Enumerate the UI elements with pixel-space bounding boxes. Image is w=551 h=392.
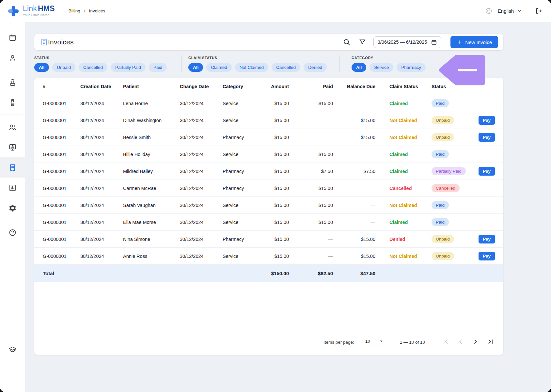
chevron-left-icon xyxy=(457,338,464,346)
filter-chip-status-unpaid[interactable]: Unpaid xyxy=(52,63,75,72)
invoice-id: G-0000001 xyxy=(43,220,80,225)
brand-subtitle: Your Clinic Name xyxy=(23,14,55,17)
patient-name: Nina Simone xyxy=(123,237,180,242)
filter-group-claim-status: CLAIM STATUSAllClaimedNot ClaimedCancell… xyxy=(181,55,339,72)
chevron-right-icon xyxy=(82,8,87,13)
items-per-page-select[interactable]: 10 xyxy=(363,338,384,346)
next-page-button[interactable] xyxy=(471,338,480,346)
top-bar: LinkHMS Your Clinic Name Billing Invoice… xyxy=(0,0,551,22)
balance-due: $15.00 xyxy=(333,254,375,259)
sidebar-item-pharmacy[interactable] xyxy=(0,92,25,113)
pay-cell: Pay xyxy=(467,133,495,142)
status-badge: Unpaid xyxy=(432,252,454,260)
pay-cell: Pay xyxy=(467,116,495,125)
patient-name: Annie Ross xyxy=(123,254,180,259)
sidebar-item-telehealth[interactable] xyxy=(0,137,25,157)
table-row: G-000000130/12/2024Billie Holiday30/12/2… xyxy=(34,146,503,163)
filter-chip-claim-status-all[interactable]: All xyxy=(188,63,203,72)
status-badge: Unpaid xyxy=(432,116,454,124)
previous-page-button[interactable] xyxy=(456,338,465,346)
pay-button[interactable]: Pay xyxy=(479,235,495,243)
sidebar-item-patients[interactable] xyxy=(0,48,25,68)
amount: $15.00 xyxy=(258,237,289,242)
status-badge: Unpaid xyxy=(432,235,454,243)
pay-button[interactable]: Pay xyxy=(479,133,495,142)
patient-name: Sarah Vaughan xyxy=(123,203,180,208)
breadcrumb: Billing Invoices xyxy=(69,8,105,13)
pay-button[interactable]: Pay xyxy=(479,167,495,176)
invoice-id: G-0000001 xyxy=(43,203,80,208)
pay-cell: Pay xyxy=(467,252,495,260)
filter-chip-category-pharmacy[interactable]: Pharmacy xyxy=(397,63,426,72)
balance-due: — xyxy=(333,101,375,106)
first-page-button[interactable] xyxy=(441,338,450,346)
sidebar-item-laboratory[interactable] xyxy=(0,72,25,92)
balance-due: — xyxy=(333,203,375,208)
sidebar-item-settings[interactable] xyxy=(0,198,25,218)
invoice-id: G-0000001 xyxy=(43,152,80,157)
patient-name: Carmen McRae xyxy=(123,186,180,191)
pay-cell: Pay xyxy=(467,235,495,243)
sidebar-item-invoices[interactable] xyxy=(0,157,25,178)
status-cell: Paid xyxy=(432,99,467,107)
pay-button[interactable]: Pay xyxy=(479,252,495,260)
sidebar-item-reports[interactable] xyxy=(0,178,25,198)
pay-button[interactable]: Pay xyxy=(479,116,495,125)
filter-chip-status-all[interactable]: All xyxy=(34,63,49,72)
total-cell: $82.50 xyxy=(289,271,333,276)
filter-groups: STATUSAllUnpaidCancelledPartially PaidPa… xyxy=(34,55,503,72)
change-date: 30/12/2024 xyxy=(180,186,223,191)
breadcrumb-item-invoices: Invoices xyxy=(89,8,105,13)
filter-chip-status-cancelled[interactable]: Cancelled xyxy=(79,63,107,72)
graduation-cap-icon xyxy=(8,345,17,353)
category: Service xyxy=(223,152,258,157)
flask-icon xyxy=(8,78,17,86)
sidebar-item-help[interactable] xyxy=(0,222,25,243)
invoice-id: G-0000001 xyxy=(43,169,80,174)
table-row: G-000000130/12/2024Nina Simone30/12/2024… xyxy=(34,231,503,248)
filter-chip-status-partially-paid[interactable]: Partially Paid xyxy=(111,63,146,72)
paid: $15.00 xyxy=(289,186,333,191)
first-page-icon xyxy=(442,338,449,346)
change-date: 30/12/2024 xyxy=(180,254,223,259)
change-date: 30/12/2024 xyxy=(180,101,223,106)
claim-status-text: Not Claimed xyxy=(389,118,417,123)
filter-chip-category-service[interactable]: Service xyxy=(370,63,393,72)
claim-status-cell: Claimed xyxy=(375,169,432,174)
patient-name: Ella Mae Morse xyxy=(123,220,180,225)
filter-chip-claim-status-not-claimed[interactable]: Not Claimed xyxy=(235,63,268,72)
brand-hms: HMS xyxy=(38,4,55,13)
sidebar-item-appointments[interactable] xyxy=(0,27,25,48)
monitor-user-icon xyxy=(8,143,17,151)
status-badge: Partially Paid xyxy=(432,167,466,175)
new-invoice-button[interactable]: New Invoice xyxy=(450,36,498,48)
filter-button[interactable] xyxy=(358,38,366,46)
status-cell: Paid xyxy=(432,150,467,158)
sidebar-divider xyxy=(0,115,25,115)
sidebar-item-education[interactable] xyxy=(0,339,25,359)
filter-chip-category-all[interactable]: All xyxy=(352,63,366,72)
search-button[interactable] xyxy=(343,38,351,46)
language-selector[interactable]: English xyxy=(498,8,523,14)
filter-chip-status-paid[interactable]: Paid xyxy=(149,63,167,72)
change-date: 30/12/2024 xyxy=(180,118,223,123)
filter-chip-claim-status-claimed[interactable]: Claimed xyxy=(206,63,232,72)
table-row: G-000000130/12/2024Annie Ross30/12/2024S… xyxy=(34,248,503,265)
globe-icon[interactable] xyxy=(485,7,493,15)
plus-icon xyxy=(457,39,462,45)
last-page-button[interactable] xyxy=(486,338,495,346)
filter-chip-claim-status-denied[interactable]: Denied xyxy=(304,63,327,72)
creation-date: 30/12/2024 xyxy=(80,152,123,157)
claim-status-text: Claimed xyxy=(389,169,408,174)
breadcrumb-item-billing[interactable]: Billing xyxy=(69,8,80,13)
status-cell: Paid xyxy=(432,201,467,209)
date-range-value: 3/06/2025 — 6/12/2025 xyxy=(378,39,427,45)
balance-due: $15.00 xyxy=(333,118,375,123)
filter-chip-claim-status-cancelled[interactable]: Cancelled xyxy=(272,63,300,72)
sidebar-item-staff[interactable] xyxy=(0,117,25,137)
change-date: 30/12/2024 xyxy=(180,220,223,225)
logout-button[interactable] xyxy=(535,7,543,15)
date-range-picker[interactable]: 3/06/2025 — 6/12/2025 xyxy=(373,36,442,48)
amount: $15.00 xyxy=(258,186,289,191)
amount: $15.00 xyxy=(258,152,289,157)
